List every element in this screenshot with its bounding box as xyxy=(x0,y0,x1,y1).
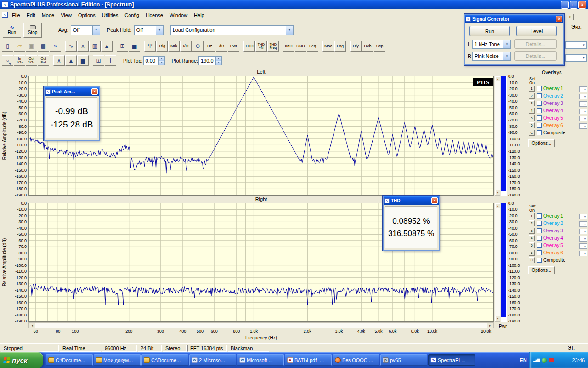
bar-meter-button[interactable]: ▅ xyxy=(129,41,140,52)
data-table-button[interactable]: ⊞ xyxy=(117,41,128,52)
avg-select[interactable]: Off ▼ xyxy=(71,25,100,35)
new-file-button[interactable]: ▯ xyxy=(2,41,13,52)
overlay-3-on-checkbox-right[interactable] xyxy=(537,228,542,233)
taskbar-button-1[interactable]: C:\Docume... xyxy=(46,354,93,366)
thd-window[interactable]: ∿ THD × 0.08952 % 316.50875 % xyxy=(383,196,440,251)
overlay-1-on-checkbox-right[interactable] xyxy=(537,213,542,218)
spectrogram-view-button[interactable]: ▥ xyxy=(89,41,101,52)
scroll-down-button[interactable]: ▼ xyxy=(495,316,500,321)
zoom-out-full-button[interactable]: Out Full xyxy=(38,55,49,66)
scroll-up-button[interactable]: ▲ xyxy=(495,203,500,208)
overlay-4-on-checkbox-left[interactable] xyxy=(537,108,542,113)
menu-item-window[interactable]: Window xyxy=(166,11,191,19)
overlay-4-set-button-left[interactable]: 4 xyxy=(529,108,535,114)
spin-up-icon[interactable]: ▲ xyxy=(216,57,221,61)
spin-down-icon[interactable]: ▼ xyxy=(159,61,164,65)
taskbar-button-5[interactable]: WMicrosoft ... xyxy=(237,354,284,366)
taskbar-button-3[interactable]: C:\Docume... xyxy=(141,354,188,366)
overlay-c-set-button-left[interactable]: C xyxy=(529,130,535,136)
overlay-2-set-button-right[interactable]: 2 xyxy=(529,220,535,226)
overlay-options-button-right[interactable]: Options... xyxy=(528,266,555,274)
signal-generator-close-button[interactable]: × xyxy=(556,16,562,22)
minimize-button[interactable]: _ xyxy=(561,1,569,9)
hz-units-button[interactable]: Hz xyxy=(204,41,215,52)
load-configuration-select[interactable]: Load Configuration ▼ xyxy=(170,25,294,35)
spin-up-icon[interactable]: ▲ xyxy=(159,57,164,61)
zoom-in-half-button[interactable]: In 1/2x xyxy=(14,55,25,66)
menu-item-config[interactable]: Config xyxy=(121,11,142,19)
peak-line-button[interactable]: ∧ xyxy=(53,55,65,66)
overlay-6-set-button-left[interactable]: 6 xyxy=(529,122,535,128)
overlay-1-on-checkbox-left[interactable] xyxy=(537,86,542,91)
macro-button[interactable]: Mac xyxy=(322,41,334,52)
signal-generator-window[interactable]: ∿ Signal Generator × Run Level L 1 kHz T… xyxy=(464,14,564,65)
microphone-button[interactable]: Ψ xyxy=(144,41,156,52)
thd-button[interactable]: THD xyxy=(243,41,255,52)
menu-item-edit[interactable]: Edit xyxy=(23,11,39,19)
power-units-button[interactable]: Pwr xyxy=(228,41,239,52)
tray-activity-icon[interactable]: ▂▅▇ xyxy=(533,358,539,362)
stop-button[interactable]: Stop xyxy=(23,23,42,38)
generator-run-button[interactable]: Run xyxy=(469,26,510,36)
log-button[interactable]: Log xyxy=(334,41,346,52)
print-button[interactable]: ▤ xyxy=(38,41,49,52)
io-button[interactable]: I/O xyxy=(180,41,192,52)
leq-button[interactable]: Leq xyxy=(307,41,318,52)
title-bar[interactable]: ∿ SpectraPLUS Professional Edition - [Sp… xyxy=(0,0,588,9)
left-plot-vscrollbar[interactable]: ▲▼ xyxy=(495,76,500,196)
menu-item-help[interactable]: Help xyxy=(191,11,208,19)
overlays-header[interactable]: Overlays xyxy=(542,69,561,75)
right-signal-select[interactable]: Pink Noise ▼ xyxy=(472,52,511,61)
overlay-5-on-checkbox-right[interactable] xyxy=(537,243,542,248)
menu-item-file[interactable]: File xyxy=(9,11,23,19)
menu-item-utilities[interactable]: Utilities xyxy=(99,11,121,19)
language-indicator[interactable]: EN xyxy=(517,357,529,363)
scroll-up-button[interactable]: ▲ xyxy=(495,76,500,81)
overlay-2-on-checkbox-left[interactable] xyxy=(537,93,542,98)
zoom-out-half-button[interactable]: Out 1/2x xyxy=(26,55,37,66)
signal-generator-title-bar[interactable]: ∿ Signal Generator × xyxy=(465,15,563,23)
delay-button[interactable]: Dly xyxy=(350,41,362,52)
overlay-5-set-button-right[interactable]: 5 xyxy=(529,242,535,248)
overlay-c-on-checkbox-left[interactable] xyxy=(537,130,542,135)
zoom-button[interactable]: ○ xyxy=(2,55,13,66)
taskbar-button-6[interactable]: AВАТЫ.pdf -... xyxy=(285,354,332,366)
plot-range-spinner[interactable]: 190.0 ▲ ▼ xyxy=(198,56,222,65)
thd-title-bar[interactable]: ∿ THD × xyxy=(384,196,439,205)
overlay-5-on-checkbox-left[interactable] xyxy=(537,115,542,121)
spin-down-icon[interactable]: ▼ xyxy=(216,61,221,65)
taskbar-button-2[interactable]: Мои докум... xyxy=(94,354,141,366)
menu-item-license[interactable]: License xyxy=(142,11,166,19)
taskbar-button-4[interactable]: W2 Microso... xyxy=(189,354,236,366)
thd-close-button[interactable]: × xyxy=(431,197,438,204)
peak-amplitude-close-button[interactable]: × xyxy=(91,88,98,95)
overlay-c-on-checkbox-right[interactable] xyxy=(537,258,542,263)
overlay-options-button-left[interactable]: Options... xyxy=(528,139,555,147)
right-plot-vscrollbar[interactable]: ▲▼ xyxy=(495,203,500,322)
mdi-close-button[interactable]: × xyxy=(567,14,574,20)
overlay-2-on-checkbox-right[interactable] xyxy=(537,221,542,226)
taskbar-button-9[interactable]: ∿SpectraPL... xyxy=(428,354,475,366)
overlay-4-set-button-right[interactable]: 4 xyxy=(529,235,535,241)
overlay-1-set-button-right[interactable]: 1 xyxy=(529,213,535,219)
overlay-2-set-button-left[interactable]: 2 xyxy=(529,93,535,99)
peak-amplitude-window[interactable]: ∿ Peak Am... × -0.99 dB -125.28 dB xyxy=(44,86,100,141)
open-file-button[interactable]: ▱ xyxy=(14,41,25,52)
tray-red-status-icon[interactable] xyxy=(549,358,554,362)
overlay-4-on-checkbox-right[interactable] xyxy=(537,236,542,241)
overlay-6-on-checkbox-left[interactable] xyxy=(537,123,542,128)
peak-fill-button[interactable]: ▲ xyxy=(65,55,77,66)
taskbar-button-7[interactable]: Без ОООС ... xyxy=(333,354,379,366)
sine-generator-button[interactable]: ⊙ xyxy=(192,41,204,52)
plot-hscrollbar[interactable]: ◄► xyxy=(28,322,494,328)
overlay-3-set-button-left[interactable]: 3 xyxy=(529,100,535,106)
db-units-button[interactable]: dB xyxy=(216,41,227,52)
overlay-3-set-button-right[interactable]: 3 xyxy=(529,228,535,234)
overlay-c-set-button-right[interactable]: C xyxy=(529,257,535,263)
menu-item-options[interactable]: Options xyxy=(75,11,99,19)
peak-amplitude-title-bar[interactable]: ∿ Peak Am... × xyxy=(45,87,99,96)
histogram-button[interactable]: ▆ xyxy=(77,55,89,66)
snr-button[interactable]: SNR xyxy=(295,41,306,52)
surface-view-button[interactable]: ▲ xyxy=(101,41,113,52)
time-series-view-button[interactable]: ∿ xyxy=(65,41,77,52)
